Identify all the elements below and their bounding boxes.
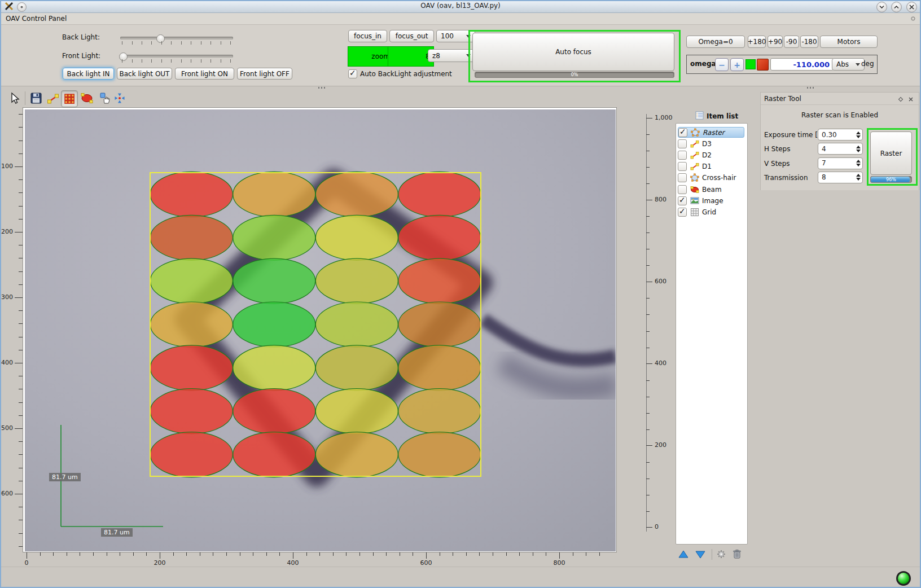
item-checkbox[interactable]	[678, 185, 687, 194]
spinbox-arrows-icon[interactable]	[854, 158, 862, 169]
raster-cell[interactable]	[398, 389, 481, 434]
raster-cell[interactable]	[315, 432, 398, 477]
raster-cell[interactable]	[150, 389, 233, 434]
plus-90-button[interactable]: +90	[768, 36, 783, 48]
raster-cell[interactable]	[150, 172, 233, 217]
omega-value-field[interactable]: -110.000	[770, 58, 834, 71]
axis-tick	[19, 114, 23, 115]
measure-tool-icon[interactable]	[45, 90, 61, 106]
auto-backlight-checkbox[interactable]	[348, 69, 357, 78]
list-item-d1[interactable]: D1	[678, 161, 744, 172]
raster-cell[interactable]	[150, 302, 233, 347]
item-checkbox[interactable]	[678, 196, 687, 205]
h-steps-spinbox[interactable]: 4	[818, 143, 863, 155]
splitter-handle[interactable]	[807, 87, 815, 89]
raster-cell[interactable]	[315, 302, 398, 347]
front-light-on-button[interactable]: Front light ON	[175, 68, 234, 80]
raster-cell[interactable]	[233, 215, 315, 260]
list-item-d2[interactable]: D2	[678, 150, 744, 160]
save-tool-icon[interactable]	[28, 90, 44, 106]
close-panel-icon[interactable]	[908, 96, 914, 104]
list-item-grid[interactable]: Grid	[678, 207, 744, 217]
raster-cell[interactable]	[398, 172, 481, 217]
item-checkbox[interactable]	[678, 173, 687, 182]
delete-trash-icon[interactable]	[733, 549, 742, 561]
raster-cell[interactable]	[150, 345, 233, 390]
center-tool-icon[interactable]	[112, 90, 128, 106]
beam-tool-icon[interactable]	[79, 90, 95, 106]
raster-grid-tool-icon[interactable]	[61, 90, 78, 107]
front-light-off-button[interactable]: Front light OFF	[237, 68, 292, 80]
spinbox-arrows-icon[interactable]	[854, 172, 862, 183]
raster-start-button[interactable]: Raster	[870, 131, 912, 175]
raster-cell[interactable]	[315, 258, 398, 304]
item-checkbox[interactable]	[678, 128, 687, 137]
omega-plus-button[interactable]: +	[730, 58, 744, 71]
back-light-in-button[interactable]: Back light IN	[63, 68, 114, 80]
transmission-spinbox[interactable]: 8	[818, 172, 863, 183]
close-icon[interactable]	[906, 2, 917, 12]
item-checkbox[interactable]	[678, 162, 687, 171]
focus-in-button[interactable]: focus_in	[348, 30, 387, 42]
item-checkbox[interactable]	[678, 151, 687, 160]
omega-minus-button[interactable]: −	[715, 58, 729, 71]
raster-cell[interactable]	[233, 432, 315, 477]
back-light-slider[interactable]	[120, 37, 233, 40]
raster-cell[interactable]	[233, 172, 315, 217]
raster-cell[interactable]	[233, 345, 315, 390]
move-up-icon[interactable]	[678, 550, 689, 561]
plus-180-button[interactable]: +180	[748, 36, 766, 48]
minus-90-button[interactable]: -90	[784, 36, 799, 48]
raster-cell[interactable]	[398, 302, 481, 347]
list-item-cross-hair[interactable]: Cross-hair	[678, 173, 744, 183]
focus-out-button[interactable]: focus_out	[389, 30, 434, 42]
front-light-slider[interactable]	[120, 55, 233, 58]
splitter-handle[interactable]	[318, 87, 326, 89]
v-steps-spinbox[interactable]: 7	[818, 157, 863, 169]
autofocus-button[interactable]: Auto focus	[472, 33, 674, 71]
raster-cell[interactable]	[150, 215, 233, 260]
item-checkbox[interactable]	[678, 208, 687, 217]
line-icon	[690, 151, 699, 160]
omega-mode-select[interactable]: Abs	[832, 58, 865, 71]
axis-tick	[15, 232, 23, 232]
axis-tick	[19, 441, 23, 442]
list-item-d3[interactable]: D3	[678, 138, 744, 149]
back-light-out-button[interactable]: Back light OUT	[117, 68, 172, 80]
raster-cell[interactable]	[315, 172, 398, 217]
raster-cell[interactable]	[150, 258, 233, 304]
minus-180-button[interactable]: -180	[800, 36, 818, 48]
float-panel-icon[interactable]	[898, 96, 904, 104]
spinbox-arrows-icon[interactable]	[854, 143, 862, 154]
list-item-beam[interactable]: Beam	[678, 184, 744, 195]
sample-image[interactable]	[25, 109, 616, 551]
panel-gear-icon[interactable]	[910, 15, 916, 24]
pointer-tool-icon[interactable]	[7, 90, 23, 106]
exposure-time-s-spinbox[interactable]: 0.30	[818, 129, 863, 141]
list-item-image[interactable]: Image	[678, 195, 744, 206]
minimize-icon[interactable]	[876, 2, 887, 12]
hand-tool-icon[interactable]	[97, 90, 113, 106]
move-down-icon[interactable]	[695, 550, 706, 561]
raster-cell[interactable]	[398, 432, 481, 477]
raster-cell[interactable]	[398, 258, 481, 304]
raster-cell[interactable]	[315, 389, 398, 434]
raster-cell[interactable]	[150, 432, 233, 477]
item-checkbox[interactable]	[678, 139, 687, 148]
maximize-icon[interactable]	[891, 2, 902, 12]
raster-cell[interactable]	[315, 345, 398, 390]
raster-cell[interactable]	[398, 345, 481, 390]
raster-cell[interactable]	[315, 215, 398, 260]
omega-stop-button[interactable]	[757, 59, 769, 71]
motors-button[interactable]: Motors	[820, 36, 878, 48]
settings-gear-icon[interactable]	[717, 550, 726, 560]
list-item-raster[interactable]: Raster	[678, 127, 744, 138]
sample-camera-view[interactable]: 81.7 um 81.7 um	[23, 107, 617, 552]
omega-zero-button[interactable]: Omega=0	[686, 36, 745, 48]
raster-cell[interactable]	[233, 389, 315, 434]
raster-cell[interactable]	[233, 302, 315, 347]
raster-cell[interactable]	[233, 258, 315, 304]
axis-tick	[67, 552, 67, 556]
spinbox-arrows-icon[interactable]	[854, 129, 862, 140]
raster-cell[interactable]	[398, 215, 481, 260]
